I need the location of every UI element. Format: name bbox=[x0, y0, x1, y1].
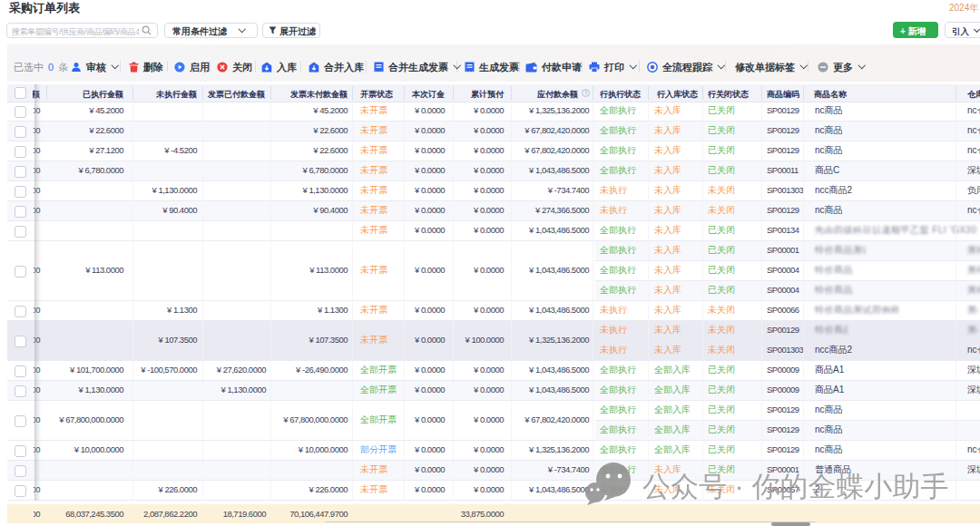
svg-text:?: ? bbox=[584, 90, 588, 96]
svg-text:公众号 · 你的金蝶小助手: 公众号 · 你的金蝶小助手 bbox=[642, 471, 949, 502]
